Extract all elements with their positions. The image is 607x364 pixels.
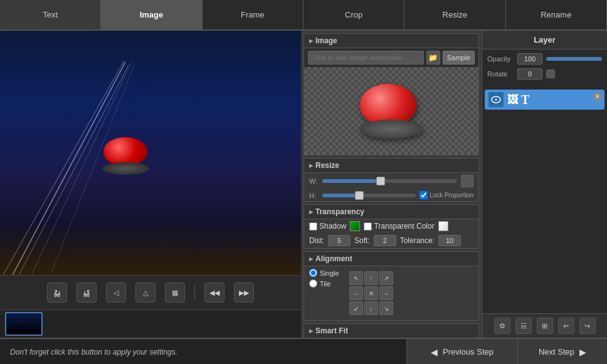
height-slider[interactable] [322, 194, 416, 197]
thumbnail-preview [6, 313, 41, 335]
align-bottom-center[interactable]: ↓ [364, 301, 378, 315]
tolerance-spinbox[interactable] [438, 235, 461, 246]
main-area: ↻ 90 ↺ 90 ◁ △ ▦ ◀◀ ▶▶ Image [0, 31, 607, 338]
align-center[interactable]: ✕ [364, 286, 378, 300]
tab-crop[interactable]: Crop [304, 0, 404, 29]
smartfit-section-header: Smart Fit [304, 324, 478, 338]
previous-step-label: Previous Step [443, 347, 494, 356]
skip-back-button[interactable]: ◀◀ [204, 283, 224, 303]
skip-forward-button[interactable]: ▶▶ [234, 283, 254, 303]
transparent-color-label[interactable]: Transparent Color [364, 222, 434, 231]
image-url-row: 📁 Sample [304, 48, 478, 67]
preview-canvas [0, 31, 301, 275]
layer-undo-button[interactable]: ↩ [558, 318, 574, 334]
fit-button[interactable]: ▦ [165, 283, 185, 303]
next-arrow-icon: ▶ [579, 347, 586, 357]
layer-type-icon: 🖼 [507, 93, 519, 107]
bottom-hint: Don't forget click this button to apply … [0, 339, 406, 364]
dist-label: Dist: [309, 236, 324, 245]
alignment-section: Alignment Single Tile ↖ ↑ ↗ ← [304, 251, 479, 321]
opacity-row: Opacity [487, 53, 602, 65]
city-lights [0, 225, 301, 275]
single-radio-label[interactable]: Single [309, 269, 339, 277]
align-top-right[interactable]: ↗ [379, 271, 393, 285]
align-bottom-left[interactable]: ↙ [349, 301, 363, 315]
layer-group-button[interactable]: ⊞ [537, 318, 553, 334]
tile-label: Tile [320, 280, 330, 288]
rotate-ccw-button[interactable]: ↻ 90 [47, 283, 67, 303]
lock-proportion-box: Lock Proportion [420, 191, 473, 199]
eye-icon [491, 96, 501, 103]
sample-button[interactable]: Sample [443, 51, 475, 65]
shadow-checkbox[interactable] [309, 222, 317, 231]
tab-resize[interactable]: Resize [404, 0, 505, 29]
tile-radio[interactable] [309, 279, 317, 288]
layer-panel-header: Layer [482, 31, 607, 49]
align-top-left[interactable]: ↖ [349, 271, 363, 285]
align-middle-left[interactable]: ← [349, 286, 363, 300]
width-row: W: [304, 173, 478, 189]
transparent-color-box[interactable] [438, 221, 448, 231]
layer-redo-button[interactable]: ↪ [579, 318, 596, 334]
layer-settings-button[interactable]: ⚙ [494, 318, 510, 334]
bottom-bar: Don't forget click this button to apply … [0, 338, 607, 364]
layer-visibility-toggle[interactable] [488, 92, 504, 107]
thumbnail-item[interactable] [5, 312, 43, 336]
tab-rename[interactable]: Rename [506, 0, 607, 29]
opacity-spinbox[interactable] [517, 53, 542, 65]
layer-text-marker: T [521, 93, 529, 107]
thumbnail-strip [0, 309, 301, 338]
tab-frame[interactable]: Frame [203, 0, 304, 29]
layer-item[interactable]: 🖼 ✕ T [485, 90, 604, 110]
rotate-cw-button[interactable]: ↺ 90 [77, 283, 97, 303]
rotate-spinbox[interactable] [517, 68, 542, 80]
resize-section-header: Resize [304, 159, 478, 173]
soft-label: Soft: [354, 236, 370, 245]
previous-step-button[interactable]: ◀ Previous Step [406, 339, 517, 364]
layer-duplicate-button[interactable]: ☵ [515, 318, 532, 334]
layer-close-button[interactable]: ✕ [593, 92, 602, 101]
align-middle-right[interactable]: → [379, 286, 393, 300]
divider [194, 285, 195, 300]
shadow-checkbox-label[interactable]: Shadow [309, 222, 346, 231]
smartfit-section: Smart Fit Auto resize watermark to fit a… [304, 323, 479, 338]
width-value-box[interactable] [461, 175, 473, 187]
lock-proportion-checkbox[interactable] [420, 191, 428, 199]
shadow-color-box[interactable] [350, 221, 360, 231]
single-label: Single [320, 269, 339, 277]
dist-spinbox[interactable] [328, 235, 351, 246]
tab-image[interactable]: Image [101, 0, 202, 29]
rotate-lock-icon[interactable] [546, 70, 555, 78]
prev-arrow-icon: ◀ [431, 347, 438, 357]
svg-point-7 [495, 99, 497, 100]
watermark-preview [100, 137, 150, 175]
width-label: W: [309, 177, 319, 185]
red-button-top [103, 137, 147, 165]
opacity-label: Opacity [487, 55, 514, 63]
flip-vertical-button[interactable]: △ [135, 283, 156, 303]
next-step-button[interactable]: Next Step ▶ [517, 339, 607, 364]
height-slider-fill [322, 194, 355, 197]
single-radio[interactable] [309, 269, 317, 277]
tab-text[interactable]: Text [0, 0, 101, 29]
tile-radio-label[interactable]: Tile [309, 279, 339, 288]
align-bottom-right[interactable]: ↘ [379, 301, 393, 315]
image-section-header: Image [304, 34, 478, 48]
browse-button[interactable]: 📁 [426, 51, 440, 65]
align-top-center[interactable]: ↑ [364, 271, 378, 285]
watermark-image-preview [360, 84, 423, 138]
image-url-input[interactable] [308, 51, 424, 65]
opacity-slider[interactable] [546, 57, 602, 61]
flip-horizontal-button[interactable]: ◁ [106, 283, 126, 303]
image-section: Image 📁 Sample [304, 33, 479, 155]
alignment-section-header: Alignment [304, 252, 478, 266]
height-row: H: Lock Proportion [304, 189, 478, 201]
height-slider-thumb[interactable] [355, 191, 364, 200]
rotate-label: Rotate [487, 70, 514, 78]
preview-controls-bar: ↻ 90 ↺ 90 ◁ △ ▦ ◀◀ ▶▶ [0, 275, 301, 309]
dist-row: Dist: Soft: Tolerance: [304, 233, 478, 248]
transparent-color-checkbox[interactable] [364, 222, 372, 231]
soft-spinbox[interactable] [374, 235, 396, 246]
width-slider-thumb[interactable] [376, 177, 385, 185]
width-slider[interactable] [322, 179, 457, 183]
